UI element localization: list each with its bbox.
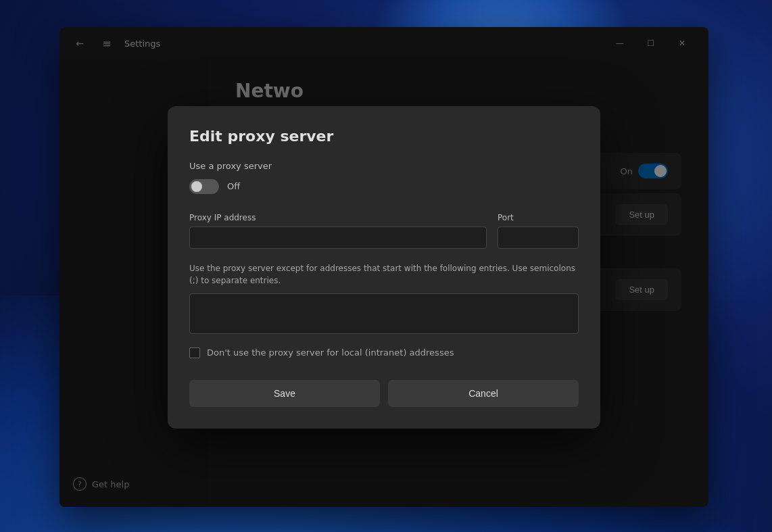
proxy-toggle[interactable] bbox=[189, 179, 219, 194]
edit-proxy-dialog: Edit proxy server Use a proxy server Off… bbox=[168, 106, 600, 429]
exceptions-description: Use the proxy server except for addresse… bbox=[189, 262, 579, 287]
proxy-toggle-label: Off bbox=[227, 181, 240, 191]
proxy-ip-label: Proxy IP address bbox=[189, 213, 487, 222]
port-input[interactable] bbox=[498, 226, 579, 249]
cancel-button[interactable]: Cancel bbox=[388, 380, 579, 407]
local-checkbox-row: Don't use the proxy server for local (in… bbox=[189, 347, 579, 358]
local-checkbox-label: Don't use the proxy server for local (in… bbox=[207, 347, 454, 358]
proxy-ip-group: Proxy IP address bbox=[189, 213, 487, 249]
port-label: Port bbox=[498, 213, 579, 222]
modal-overlay: Edit proxy server Use a proxy server Off… bbox=[59, 27, 708, 507]
modal-buttons: Save Cancel bbox=[189, 380, 579, 407]
proxy-ip-input[interactable] bbox=[189, 226, 487, 249]
local-addresses-checkbox[interactable] bbox=[189, 347, 200, 358]
proxy-toggle-row: Off bbox=[189, 179, 579, 194]
exceptions-textarea[interactable] bbox=[189, 293, 579, 334]
settings-window: ← ≡ Settings — ☐ ✕ Netwo Use a proxy ser… bbox=[59, 27, 708, 507]
modal-title: Edit proxy server bbox=[189, 128, 579, 145]
use-proxy-label: Use a proxy server bbox=[189, 161, 579, 171]
port-group: Port bbox=[498, 213, 579, 249]
save-button[interactable]: Save bbox=[189, 380, 380, 407]
proxy-fields-row: Proxy IP address Port bbox=[189, 213, 579, 249]
